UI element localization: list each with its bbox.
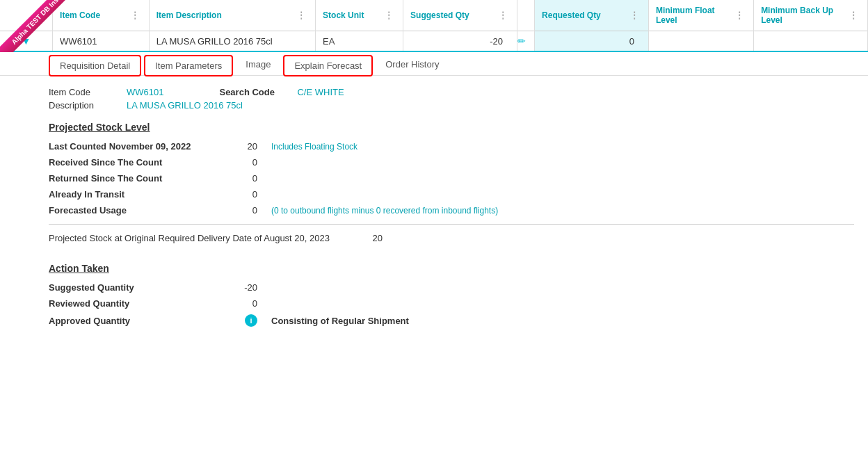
row-pencil-cell: ✏ xyxy=(517,31,534,52)
action-row-2: Reviewed Quantity 0 xyxy=(49,298,854,309)
projected-total-row: Projected Stock at Original Required Del… xyxy=(49,233,854,243)
tab-explain-forecast[interactable]: Explain Forecast xyxy=(283,55,373,76)
item-code-label: Item Code xyxy=(49,87,118,97)
projected-note-1: Includes Floating Stock xyxy=(271,142,357,152)
row-stock-unit: EA xyxy=(316,31,403,52)
col-header-item-code: Item Code ⋮ xyxy=(53,0,150,31)
row-requested-qty: 0 xyxy=(535,31,649,52)
projected-total-value: 20 xyxy=(341,233,396,243)
projected-label-5: Forecasted Usage xyxy=(49,205,216,216)
tabs-bar: Requisition Detail Item Parameters Image… xyxy=(0,52,868,76)
tab-image[interactable]: Image xyxy=(236,55,280,75)
action-label-1: Suggested Quantity xyxy=(49,282,216,293)
col-header-suggested-qty: Suggested Qty ⋮ xyxy=(403,0,517,31)
row-expand-icon[interactable]: ▼ xyxy=(22,35,31,47)
projected-label-3: Returned Since The Count xyxy=(49,173,216,184)
row-minback-level xyxy=(754,31,868,52)
col-handle-minback-level[interactable]: ⋮ xyxy=(846,10,860,20)
col-header-float-level: Minimum Float Level ⋮ xyxy=(648,0,753,31)
item-info-group: Item Code WW6101 Search Code C/E WHITE xyxy=(49,87,854,97)
divider-1 xyxy=(49,224,854,225)
edit-icon[interactable]: ✏ xyxy=(517,35,526,47)
tab-requisition-detail[interactable]: Requisition Detail xyxy=(49,55,141,76)
projected-value-2: 0 xyxy=(216,157,271,168)
projected-section-title: Projected Stock Level xyxy=(49,122,854,133)
data-table: Item Code ⋮ Item Description ⋮ Stock Uni… xyxy=(0,0,868,52)
col-handle-suggested-qty[interactable]: ⋮ xyxy=(496,10,510,20)
projected-total-label: Projected Stock at Original Required Del… xyxy=(49,233,341,243)
col-header-pencil xyxy=(517,0,534,31)
col-handle-description[interactable]: ⋮ xyxy=(294,10,308,20)
action-row-3: Approved Quantity i Consisting of Regula… xyxy=(49,314,854,327)
col-handle-item-code[interactable]: ⋮ xyxy=(128,10,142,20)
col-header-minback-level: Minimum Back Up Level ⋮ xyxy=(754,0,868,31)
projected-row-1: Last Counted November 09, 2022 20 Includ… xyxy=(49,141,854,152)
content-panel: Item Code WW6101 Search Code C/E WHITE D… xyxy=(0,76,868,346)
search-code-value: C/E WHITE xyxy=(297,87,344,97)
projected-row-4: Already In Transit 0 xyxy=(49,189,854,200)
description-row: Description LA MUSA GRILLO 2016 75cl xyxy=(49,100,854,111)
projected-label-1: Last Counted November 09, 2022 xyxy=(49,141,216,152)
item-code-pair: Item Code WW6101 xyxy=(49,87,163,97)
projected-value-5: 0 xyxy=(216,205,271,216)
search-code-label: Search Code xyxy=(219,87,289,97)
projected-value-3: 0 xyxy=(216,173,271,184)
col-header-description: Item Description ⋮ xyxy=(149,0,315,31)
col-handle-float-level[interactable]: ⋮ xyxy=(732,10,746,20)
projected-label-4: Already In Transit xyxy=(49,189,216,200)
description-label: Description xyxy=(49,100,118,111)
projected-row-3: Returned Since The Count 0 xyxy=(49,173,854,184)
row-item-code: WW6101 xyxy=(53,31,150,52)
col-handle-stock-unit[interactable]: ⋮ xyxy=(382,10,396,20)
tab-order-history[interactable]: Order History xyxy=(376,55,449,75)
projected-value-1: 20 xyxy=(216,141,271,152)
action-value-1: -20 xyxy=(216,282,271,293)
action-label-2: Reviewed Quantity xyxy=(49,298,216,309)
action-value-2: 0 xyxy=(216,298,271,309)
info-icon[interactable]: i xyxy=(245,314,257,327)
projected-row-5: Forecasted Usage 0 (0 to outbound flight… xyxy=(49,205,854,216)
search-code-pair: Search Code C/E WHITE xyxy=(219,87,344,97)
col-header-stock-unit: Stock Unit ⋮ xyxy=(316,0,403,31)
item-code-value: WW6101 xyxy=(127,87,163,97)
action-label-3: Approved Quantity xyxy=(49,316,216,326)
row-description: LA MUSA GRILLO 2016 75cl xyxy=(149,31,315,52)
action-block: Suggested Quantity -20 Reviewed Quantity… xyxy=(49,282,854,327)
tab-item-parameters[interactable]: Item Parameters xyxy=(144,55,233,76)
row-suggested-qty: -20 xyxy=(403,31,517,52)
description-value: LA MUSA GRILLO 2016 75cl xyxy=(127,100,243,111)
projected-value-4: 0 xyxy=(216,189,271,200)
projected-note-5: (0 to outbound flights minus 0 recovered… xyxy=(271,206,498,216)
action-section-title: Action Taken xyxy=(49,263,854,274)
action-row-1: Suggested Quantity -20 xyxy=(49,282,854,293)
col-handle-requested-qty[interactable]: ⋮ xyxy=(627,10,641,20)
projected-label-2: Received Since The Count xyxy=(49,157,216,168)
action-approved-note: Consisting of Regular Shipment xyxy=(271,316,409,326)
action-value-3: i xyxy=(216,314,271,327)
table-row: ▼ WW6101 LA MUSA GRILLO 2016 75cl EA -20… xyxy=(0,31,868,52)
projected-row-2: Received Since The Count 0 xyxy=(49,157,854,168)
row-expand-cell[interactable]: ▼ xyxy=(0,31,53,52)
projected-block: Last Counted November 09, 2022 20 Includ… xyxy=(49,141,854,243)
col-header-arrow xyxy=(0,0,53,31)
col-header-requested-qty: Requested Qty ⋮ xyxy=(535,0,649,31)
row-float-level xyxy=(648,31,753,52)
